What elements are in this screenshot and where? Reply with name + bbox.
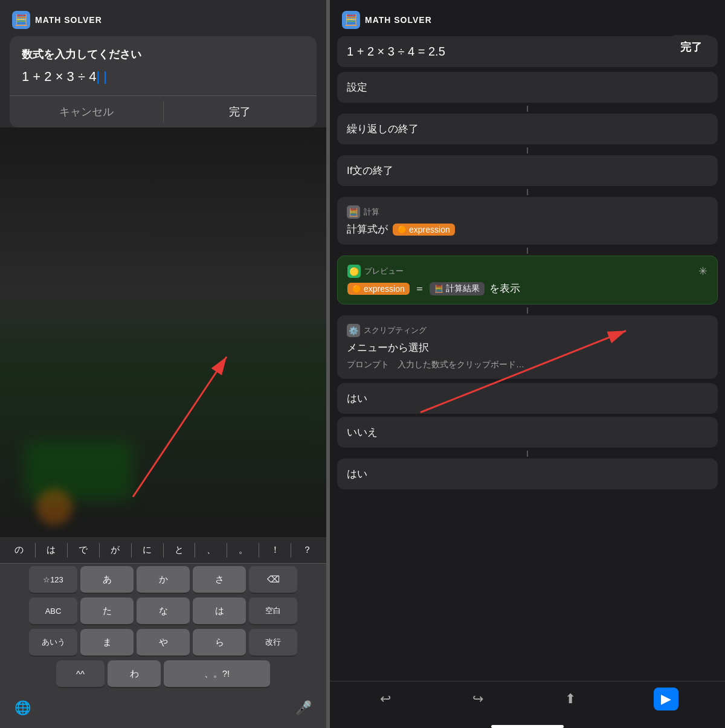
- undo-button[interactable]: ↩: [376, 688, 395, 710]
- suggest-で[interactable]: で: [70, 542, 97, 558]
- app-title-left: MATH SOLVER: [35, 15, 102, 25]
- keyboard-bottom: 🌐 🎤: [0, 693, 326, 728]
- shortcut-preview-header: 🟡 プレビュー ✳: [347, 265, 707, 278]
- dialog-label: 数式を入力してください: [10, 36, 317, 66]
- key-punctuation[interactable]: 、。?!: [164, 660, 270, 688]
- key-ya[interactable]: や: [137, 629, 190, 657]
- suggest-div-4: [131, 543, 132, 558]
- shortcut-settings[interactable]: 設定: [337, 72, 718, 103]
- shortcut-calc-header: 🧮 計算: [347, 205, 708, 219]
- connector-4: [527, 248, 528, 254]
- connector-6: [527, 451, 528, 457]
- dialog-input[interactable]: 1 + 2 × 3 ÷ 4|: [10, 66, 317, 95]
- key-row-4: ^^ わ 、。?!: [2, 660, 324, 688]
- key-return[interactable]: 改行: [249, 629, 297, 657]
- shortcut-preview-content: 🟠 expression ＝ 🧮 計算結果 を表示: [347, 282, 707, 295]
- suggest-div-5: [163, 543, 164, 558]
- keyboard: の は で が に と 、 。 ！ ？ ☆123 あ か: [0, 537, 326, 728]
- shortcut-scripting-prompt: プロンプト 入力した数式をクリップボード…: [347, 359, 708, 370]
- app-title-right: MATH SOLVER: [365, 15, 432, 25]
- suggest-と[interactable]: と: [166, 542, 193, 558]
- suggest-div-7: [227, 543, 227, 558]
- key-na[interactable]: な: [137, 598, 190, 625]
- shortcut-yes-1[interactable]: はい: [337, 383, 718, 414]
- shortcut-yes-2[interactable]: はい: [337, 459, 718, 489]
- mic-icon[interactable]: 🎤: [291, 695, 317, 721]
- result-row: 1 + 2 × 3 ÷ 4 = 2.5: [337, 36, 718, 67]
- key-ta[interactable]: た: [80, 598, 134, 625]
- key-ka[interactable]: か: [137, 566, 190, 594]
- app-icon-left: 🧮: [12, 11, 30, 29]
- suggest-comma[interactable]: 、: [198, 542, 224, 558]
- cancel-button[interactable]: キャンセル: [10, 96, 163, 127]
- key-aiu[interactable]: あいう: [29, 629, 77, 657]
- left-panel: 🧮 MATH SOLVER 数式を入力してください 1 + 2 × 3 ÷ 4|…: [0, 0, 326, 728]
- suggest-div-9: [291, 543, 291, 558]
- shortcut-calc[interactable]: 🧮 計算 計算式が 🟠 expression: [337, 197, 718, 245]
- shortcut-no[interactable]: いいえ: [337, 417, 718, 448]
- dialog-box: 数式を入力してください 1 + 2 × 3 ÷ 4| キャンセル 完了: [10, 36, 317, 127]
- shortcut-preview[interactable]: 🟡 プレビュー ✳ 🟠 expression ＝ 🧮 計算結果 を表示: [337, 256, 718, 304]
- shortcut-scripting-header: ⚙️ スクリプティング: [347, 324, 708, 337]
- connector-2: [527, 147, 528, 153]
- key-abc[interactable]: ABC: [29, 598, 77, 625]
- suggest-は[interactable]: は: [38, 542, 65, 558]
- key-row-1: ☆123 あ か さ ⌫: [2, 566, 324, 594]
- suggest-question[interactable]: ？: [294, 542, 320, 558]
- suggest-div-2: [67, 543, 68, 558]
- suggest-div-8: [259, 543, 259, 558]
- suggest-に[interactable]: に: [134, 542, 161, 558]
- app-icon-right: 🧮: [342, 11, 360, 29]
- loading-icon: ✳: [698, 265, 707, 278]
- suggest-exclaim[interactable]: ！: [262, 542, 288, 558]
- key-wa[interactable]: わ: [108, 660, 161, 688]
- key-row-3: あいう ま や ら 改行: [2, 629, 324, 657]
- calc-icon: 🧮: [347, 205, 360, 219]
- key-sa[interactable]: さ: [193, 566, 246, 594]
- globe-icon[interactable]: 🌐: [10, 695, 36, 721]
- key-a[interactable]: あ: [80, 566, 134, 594]
- key-ha[interactable]: は: [193, 598, 246, 625]
- dialog-buttons: キャンセル 完了: [10, 96, 317, 127]
- preview-icon: 🟡: [347, 265, 361, 278]
- shortcut-loop-end[interactable]: 繰り返しの終了: [337, 114, 718, 144]
- key-ra[interactable]: ら: [193, 629, 246, 657]
- shortcut-calc-content: 計算式が 🟠 expression: [347, 222, 708, 236]
- connector-3: [527, 189, 528, 195]
- right-panel: 🧮 MATH SOLVER 1 + 2 × 3 ÷ 4 = 2.5 完了 設定 …: [330, 0, 725, 728]
- shortcut-scripting-menu: メニューから選択: [347, 341, 708, 355]
- suggest-が[interactable]: が: [102, 542, 129, 558]
- key-row-2: ABC た な は 空白: [2, 598, 324, 625]
- home-bar: [491, 725, 564, 728]
- connector-5: [527, 308, 528, 314]
- shortcut-if-end[interactable]: If文の終了: [337, 155, 718, 186]
- key-rows: ☆123 あ か さ ⌫ ABC た な は 空白 あいう ま や ら 改行: [0, 564, 326, 693]
- shortcut-list: 設定 繰り返しの終了 If文の終了 🧮 計算 計算式が 🟠 expression: [330, 67, 725, 681]
- left-app-header: 🧮 MATH SOLVER: [0, 0, 326, 36]
- scripting-icon: ⚙️: [347, 324, 360, 337]
- share-button[interactable]: ⬆: [561, 688, 579, 710]
- key-123[interactable]: ☆123: [29, 566, 77, 594]
- expression-badge-calc: 🟠 expression: [393, 224, 455, 236]
- suggest-div-3: [99, 543, 100, 558]
- key-backspace[interactable]: ⌫: [249, 566, 297, 594]
- confirm-button[interactable]: 完了: [164, 96, 317, 127]
- key-space[interactable]: 空白: [249, 598, 297, 625]
- suggest-row: の は で が に と 、 。 ！ ？: [0, 537, 326, 564]
- right-bottom-bar: ↩ ↪ ⬆ ▶: [330, 681, 725, 723]
- suggest-period[interactable]: 。: [230, 542, 256, 558]
- expression-badge-preview: 🟠 expression: [347, 283, 410, 295]
- suggest-div-1: [35, 543, 36, 558]
- blurred-background: [0, 127, 326, 537]
- redo-button[interactable]: ↪: [469, 688, 487, 710]
- run-button[interactable]: ▶: [654, 688, 678, 710]
- suggest-の[interactable]: の: [6, 542, 33, 558]
- shortcut-scripting[interactable]: ⚙️ スクリプティング メニューから選択 プロンプト 入力した数式をクリップボー…: [337, 315, 718, 379]
- right-app-header: 🧮 MATH SOLVER: [330, 0, 725, 36]
- key-caret[interactable]: ^^: [56, 660, 105, 688]
- suggest-div-6: [195, 543, 195, 558]
- result-badge: 🧮 計算結果: [430, 282, 485, 295]
- key-ma[interactable]: ま: [80, 629, 134, 657]
- connector-1: [527, 106, 528, 112]
- done-button-right[interactable]: 完了: [669, 35, 713, 59]
